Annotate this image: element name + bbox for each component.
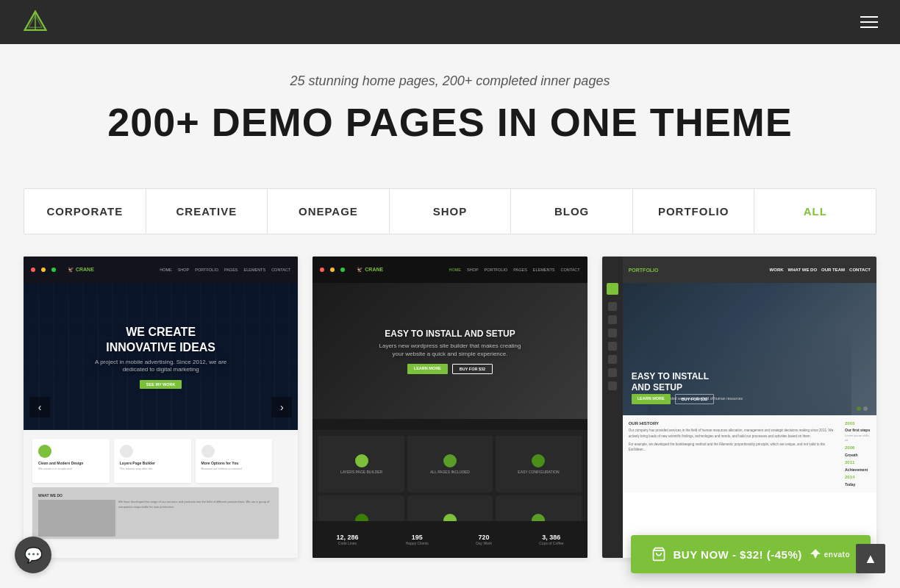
mock-hero-2: EASY TO INSTALL AND SETUP Layers new wor… (312, 283, 587, 419)
hamburger-menu-icon[interactable] (860, 16, 878, 28)
mock-stats-2: 12, 286 Code Lines 195 Happy Clients 720… (312, 521, 587, 558)
mock-sidebar-3 (602, 257, 623, 558)
tab-blog[interactable]: BLOG (511, 189, 633, 234)
gallery-card-2[interactable]: 🦅 CRANE HOMESHOPPORTFOLIOPAGESELEMENTSCO… (312, 257, 587, 558)
mock-nav-2: 🦅 CRANE HOMESHOPPORTFOLIOPAGESELEMENTSCO… (312, 257, 587, 283)
gallery-card-1[interactable]: 🦅 CRANE HOMESHOPPORTFOLIOPAGESELEMENTSCO… (24, 257, 298, 558)
tab-corporate[interactable]: CORPORATE (24, 189, 146, 234)
tab-portfolio[interactable]: PORTFOLIO (633, 189, 755, 234)
buy-now-button[interactable]: BUY NOW - $32! (-45%) envato (631, 535, 871, 573)
chat-bubble-button[interactable]: 💬 (15, 537, 51, 573)
chat-icon: 💬 (24, 546, 43, 564)
tab-shop[interactable]: SHOP (390, 189, 512, 234)
filter-tabs: CORPORATE CREATIVE ONEPAGE SHOP BLOG POR… (24, 188, 876, 234)
mock-hero-1: WE CREATEINNOVATIVE IDEAS A project in m… (24, 283, 298, 430)
gallery-arrow-left-1[interactable]: ‹ (29, 397, 50, 417)
tab-onepage[interactable]: ONEPAGE (268, 189, 390, 234)
gallery-card-image-1: 🦅 CRANE HOMESHOPPORTFOLIOPAGESELEMENTSCO… (24, 257, 298, 558)
hero-title: 200+ DEMO PAGES IN ONE THEME (15, 101, 885, 144)
gallery-arrow-right-1[interactable]: › (271, 397, 292, 417)
navbar (0, 0, 900, 44)
gallery-card-image-3: PORTFOLIO WORKWHAT WE DOOUR TEAMCONTACT … (602, 257, 876, 558)
gallery-card-image-2: 🦅 CRANE HOMESHOPPORTFOLIOPAGESELEMENTSCO… (312, 257, 587, 558)
tab-creative[interactable]: CREATIVE (146, 189, 268, 234)
mock-hero-text-2: EASY TO INSTALL AND SETUP Layers new wor… (379, 329, 521, 358)
envato-text: envato (824, 551, 850, 559)
mock-main-3: PORTFOLIO WORKWHAT WE DOOUR TEAMCONTACT … (623, 257, 876, 558)
buy-now-label: BUY NOW - $32! (-45%) (674, 548, 802, 561)
mock-hero-text-1: WE CREATEINNOVATIVE IDEAS A project in m… (95, 325, 226, 373)
mock-portfolio-hero: EASY TO INSTALLAND SETUP Your company ha… (623, 283, 876, 415)
svg-marker-4 (810, 549, 821, 559)
mock-content-1: Clean and Modern Design We create it in … (24, 430, 298, 558)
nav-logo[interactable] (22, 9, 49, 35)
gallery-card-3[interactable]: PORTFOLIO WORKWHAT WE DOOUR TEAMCONTACT … (602, 257, 876, 558)
cart-icon (651, 547, 666, 562)
scroll-to-top-button[interactable]: ▲ (856, 544, 885, 573)
mock-history-3: OUR HISTORY Our company has provided ser… (623, 415, 876, 492)
tab-all[interactable]: ALL (754, 189, 876, 234)
hero-section: 25 stunning home pages, 200+ completed i… (0, 44, 900, 166)
hero-subtitle: 25 stunning home pages, 200+ completed i… (15, 74, 885, 89)
mock-nav-1: 🦅 CRANE HOMESHOPPORTFOLIOPAGESELEMENTSCO… (24, 257, 298, 283)
envato-logo: envato (810, 548, 850, 560)
scroll-top-icon: ▲ (864, 551, 877, 567)
